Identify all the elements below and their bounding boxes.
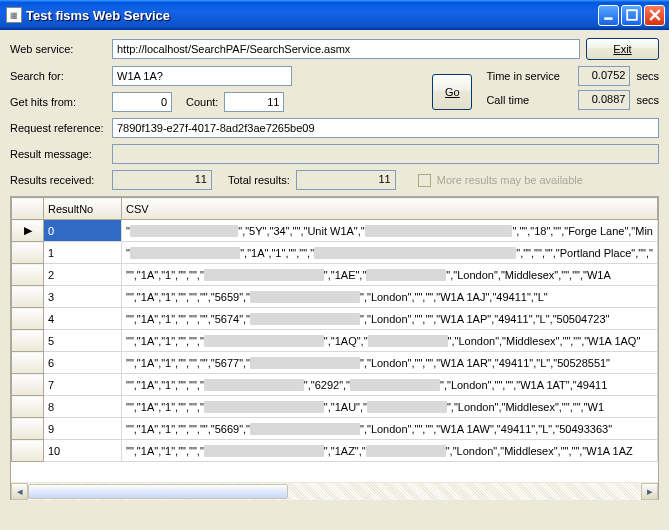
exit-button[interactable]: Exit <box>586 38 659 60</box>
redacted-segment <box>366 445 446 457</box>
request-reference-input[interactable] <box>112 118 659 138</box>
grid-header-resultno[interactable]: ResultNo <box>44 198 122 220</box>
redacted-segment <box>204 445 324 457</box>
cell-csv[interactable]: "","1A","1","","","","1AQ","","London","… <box>122 330 658 352</box>
cell-resultno[interactable]: 7 <box>44 374 122 396</box>
search-for-input[interactable] <box>112 66 292 86</box>
table-row[interactable]: 2"","1A","1","","","","1AE","","London",… <box>12 264 658 286</box>
redacted-segment <box>204 379 304 391</box>
redacted-segment <box>365 225 513 237</box>
cell-csv[interactable]: "","1A","1","","","","6292","","London",… <box>122 374 658 396</box>
request-reference-label: Request reference: <box>10 122 106 134</box>
result-message-value <box>112 144 659 164</box>
row-header[interactable]: ▶ <box>12 220 44 242</box>
cell-resultno[interactable]: 1 <box>44 242 122 264</box>
more-results-label: More results may be available <box>437 174 583 186</box>
cell-resultno[interactable]: 2 <box>44 264 122 286</box>
search-for-label: Search for: <box>10 70 106 82</box>
results-grid[interactable]: ResultNo CSV ▶0"","5Y","34","","Unit W1A… <box>11 197 658 462</box>
scroll-left-button[interactable]: ◂ <box>11 483 28 500</box>
row-header[interactable] <box>12 330 44 352</box>
scroll-thumb[interactable] <box>28 484 288 499</box>
scroll-right-button[interactable]: ▸ <box>641 483 658 500</box>
cell-csv[interactable]: "","1A","1","","","","1AU","","London","… <box>122 396 658 418</box>
row-header[interactable] <box>12 264 44 286</box>
time-in-service-label: Time in service <box>486 70 572 82</box>
web-service-input[interactable] <box>112 39 580 59</box>
table-row[interactable]: 6"","1A","1","","","","5677","","London"… <box>12 352 658 374</box>
minimize-button[interactable] <box>598 5 619 26</box>
table-row[interactable]: 5"","1A","1","","","","1AQ","","London",… <box>12 330 658 352</box>
maximize-button[interactable] <box>621 5 642 26</box>
window-controls <box>598 5 665 26</box>
cell-resultno[interactable]: 0 <box>44 220 122 242</box>
redacted-segment <box>204 335 324 347</box>
cell-csv[interactable]: "","1A","1","","","","","","","Portland … <box>122 242 658 264</box>
more-results-checkbox <box>418 174 431 187</box>
secs-label-2: secs <box>636 94 659 106</box>
cell-csv[interactable]: "","1A","1","","","","5677","","London",… <box>122 352 658 374</box>
grid-header-row: ResultNo CSV <box>12 198 658 220</box>
horizontal-scrollbar[interactable]: ◂ ▸ <box>11 482 658 499</box>
go-button[interactable]: Go <box>432 74 472 110</box>
table-row[interactable]: 10"","1A","1","","","","1AZ","","London"… <box>12 440 658 462</box>
cell-csv[interactable]: "","1A","1","","","","5674","","London",… <box>122 308 658 330</box>
cell-csv[interactable]: "","1A","1","","","","1AE","","London","… <box>122 264 658 286</box>
results-received-value: 11 <box>112 170 212 190</box>
table-row[interactable]: 7"","1A","1","","","","6292","","London"… <box>12 374 658 396</box>
row-header[interactable] <box>12 286 44 308</box>
cell-resultno[interactable]: 8 <box>44 396 122 418</box>
redacted-segment <box>204 401 324 413</box>
close-button[interactable] <box>644 5 665 26</box>
client-area: Web service: Exit Search for: Get hits f… <box>0 30 669 530</box>
table-row[interactable]: 8"","1A","1","","","","1AU","","London",… <box>12 396 658 418</box>
count-input[interactable] <box>224 92 284 112</box>
cell-csv[interactable]: "","1A","1","","","","1AZ","","London","… <box>122 440 658 462</box>
scroll-track[interactable] <box>28 483 641 500</box>
secs-label-1: secs <box>636 70 659 82</box>
table-row[interactable]: 9"","1A","1","","","","5669","","London"… <box>12 418 658 440</box>
cell-resultno[interactable]: 5 <box>44 330 122 352</box>
cell-resultno[interactable]: 6 <box>44 352 122 374</box>
redacted-segment <box>368 335 448 347</box>
redacted-segment <box>250 423 360 435</box>
cell-csv[interactable]: "","1A","1","","","","5669","","London",… <box>122 418 658 440</box>
table-row[interactable]: 3"","1A","1","","","","5659","","London"… <box>12 286 658 308</box>
app-icon: ▦ <box>6 7 22 23</box>
redacted-segment <box>367 401 447 413</box>
redacted-segment <box>250 291 360 303</box>
cell-csv[interactable]: "","5Y","34","","Unit W1A","","","18",""… <box>122 220 658 242</box>
result-message-label: Result message: <box>10 148 106 160</box>
grid-header-csv[interactable]: CSV <box>122 198 658 220</box>
table-row[interactable]: 1"","1A","1","","","","","","","Portland… <box>12 242 658 264</box>
get-hits-from-label: Get hits from: <box>10 96 106 108</box>
redacted-segment <box>366 269 446 281</box>
cell-resultno[interactable]: 10 <box>44 440 122 462</box>
redacted-segment <box>350 379 440 391</box>
row-header[interactable] <box>12 440 44 462</box>
row-header[interactable] <box>12 242 44 264</box>
cell-csv[interactable]: "","1A","1","","","","5659","","London",… <box>122 286 658 308</box>
cell-resultno[interactable]: 4 <box>44 308 122 330</box>
cell-resultno[interactable]: 3 <box>44 286 122 308</box>
redacted-segment <box>250 357 360 369</box>
total-results-value: 11 <box>296 170 396 190</box>
titlebar[interactable]: ▦ Test fisms Web Service <box>0 0 669 30</box>
redacted-segment <box>130 247 240 259</box>
row-header[interactable] <box>12 374 44 396</box>
row-header[interactable] <box>12 396 44 418</box>
table-row[interactable]: 4"","1A","1","","","","5674","","London"… <box>12 308 658 330</box>
count-label: Count: <box>186 96 218 108</box>
row-header[interactable] <box>12 308 44 330</box>
row-header[interactable] <box>12 418 44 440</box>
redacted-segment <box>314 247 516 259</box>
table-row[interactable]: ▶0"","5Y","34","","Unit W1A","","","18",… <box>12 220 658 242</box>
svg-rect-1 <box>627 10 637 20</box>
redacted-segment <box>130 225 238 237</box>
cell-resultno[interactable]: 9 <box>44 418 122 440</box>
grid-header-rowhdr[interactable] <box>12 198 44 220</box>
redacted-segment <box>204 269 324 281</box>
total-results-label: Total results: <box>228 174 290 186</box>
get-hits-from-input[interactable] <box>112 92 172 112</box>
row-header[interactable] <box>12 352 44 374</box>
